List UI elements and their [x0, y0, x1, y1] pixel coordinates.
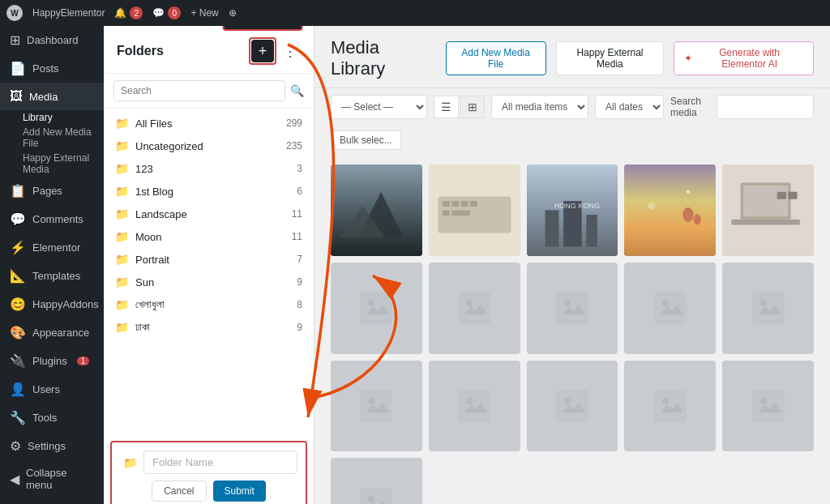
folder-name: খেলাধুলা [135, 298, 290, 311]
posts-icon: 📄 [10, 61, 26, 76]
sidebar-item-posts[interactable]: 📄 Posts [0, 54, 104, 83]
comment-icon: 💬 [152, 7, 165, 19]
sidebar-item-happyaddons[interactable]: 😊 HappyAddons [0, 290, 104, 318]
media-grid-inner: HONG KONG [331, 164, 814, 504]
users-icon: 👤 [10, 382, 26, 397]
svg-rect-45 [752, 390, 785, 422]
folder-item-landscape[interactable]: 📁 Landscape 11 [104, 203, 314, 225]
add-new-media-button[interactable]: Add New Media File [446, 41, 546, 75]
comments-item[interactable]: 💬 0 [152, 6, 181, 19]
sidebar-item-dashboard[interactable]: ⊞ Dashboard [0, 26, 104, 54]
sidebar-item-media[interactable]: 🖼 Media [0, 83, 104, 110]
svg-point-44 [662, 398, 669, 404]
wp-logo-item[interactable]: W [6, 5, 23, 21]
svg-rect-23 [743, 186, 788, 216]
folder-count: 3 [297, 163, 302, 174]
user-item[interactable]: ⊕ [229, 7, 237, 19]
sidebar-sub-library[interactable]: Library [0, 110, 104, 125]
media-thumb-placeholder[interactable] [527, 263, 618, 354]
folder-item-uncategorized[interactable]: 📁 Uncategorized 235 [104, 135, 314, 157]
grid-view-button[interactable]: ⊞ [460, 96, 485, 118]
cancel-button[interactable]: Cancel [152, 481, 206, 502]
folder-more-button[interactable]: ⋮ [280, 41, 301, 62]
folder-item-1st-blog[interactable]: 📁 1st Blog 6 [104, 180, 314, 203]
folders-actions: Add New Folder + ⋮ [249, 37, 301, 65]
svg-rect-6 [451, 201, 459, 207]
media-type-filter[interactable]: All media items Images Audio Video [491, 95, 588, 119]
svg-rect-7 [460, 201, 468, 207]
media-thumb-placeholder[interactable] [624, 263, 716, 354]
add-folder-button[interactable]: + [251, 40, 274, 62]
media-thumb-hongkong[interactable]: HONG KONG [527, 164, 618, 256]
folder-item-123[interactable]: 📁 123 3 [104, 157, 314, 180]
sidebar-sub-happy-external[interactable]: Happy External Media [0, 151, 104, 177]
media-thumb-keyboard[interactable] [429, 164, 520, 256]
folder-name-input[interactable] [143, 451, 297, 474]
elementor-icon: ⚡ [10, 240, 26, 255]
media-thumb-placeholder[interactable] [722, 361, 814, 452]
media-thumb-laptop[interactable] [722, 164, 814, 256]
search-media-label: Search media [670, 96, 710, 118]
sidebar-item-collapse[interactable]: ◀ Collapse menu [0, 460, 104, 498]
folder-item-sun[interactable]: 📁 Sun 9 [104, 271, 314, 293]
folder-item-moon[interactable]: 📁 Moon 11 [104, 225, 314, 248]
folder-item-all-files[interactable]: 📁 All Files 299 [104, 112, 314, 135]
sidebar-label-appearance: Appearance [32, 327, 89, 339]
media-thumb-placeholder[interactable] [722, 263, 814, 354]
date-filter[interactable]: All dates 2024 2023 [595, 95, 664, 119]
sidebar-label-settings: Settings [28, 440, 66, 452]
folder-count: 9 [297, 276, 302, 288]
sidebar-label-pages: Pages [32, 185, 62, 197]
svg-point-40 [466, 398, 473, 404]
comment-count: 0 [168, 6, 181, 19]
submit-button[interactable]: Submit [213, 481, 266, 502]
folder-count: 6 [297, 186, 302, 197]
sidebar-label-plugins: Plugins [32, 355, 67, 367]
sidebar-item-plugins[interactable]: 🔌 Plugins 1 [0, 347, 104, 375]
folder-count: 299 [286, 117, 302, 129]
generate-ai-button[interactable]: ✦ Generate with Elementor AI [674, 41, 814, 75]
bulk-select-button[interactable]: Bulk selec... [331, 130, 401, 150]
sidebar-item-users[interactable]: 👤 Users [0, 375, 104, 404]
folder-search-input[interactable] [113, 80, 285, 101]
svg-rect-27 [360, 292, 392, 324]
folder-item-dhaka[interactable]: 📁 ঢাকা 9 [104, 316, 314, 339]
media-toolbar: — Select — ☰ ⊞ All media items Images Au… [314, 88, 830, 126]
media-thumb-desert[interactable] [624, 164, 716, 256]
sidebar-label-comments: Comments [32, 213, 83, 225]
media-dropdown[interactable]: — Select — [331, 95, 427, 119]
new-item[interactable]: + New [190, 7, 218, 19]
folder-search-button[interactable]: 🔍 [290, 84, 304, 97]
media-thumb-placeholder[interactable] [527, 361, 618, 452]
sidebar-item-tools[interactable]: 🔧 Tools [0, 404, 104, 432]
sidebar-item-elementor[interactable]: ⚡ Elementor [0, 233, 104, 262]
collapse-icon: ◀ [10, 472, 19, 487]
notifications-item[interactable]: 🔔 2 [114, 6, 143, 19]
admin-bar: W HappyElementor 🔔 2 💬 0 + New ⊕ [0, 0, 830, 26]
sidebar-item-pages[interactable]: 📋 Pages [0, 177, 104, 205]
happy-external-button[interactable]: Happy External Media [556, 41, 665, 75]
bulk-select-bar: Bulk selec... [314, 126, 830, 155]
sidebar-sub-add-new[interactable]: Add New Media File [0, 125, 104, 151]
svg-point-42 [564, 398, 571, 404]
search-media-input[interactable] [717, 95, 814, 119]
list-view-button[interactable]: ☰ [434, 96, 459, 118]
media-thumb-placeholder[interactable] [429, 263, 520, 354]
site-name-item[interactable]: HappyElementor [32, 7, 105, 19]
sidebar-item-appearance[interactable]: 🎨 Appearance [0, 318, 104, 347]
sidebar-item-comments[interactable]: 💬 Comments [0, 205, 104, 233]
folder-count: 9 [297, 322, 302, 333]
media-thumb-placeholder[interactable] [331, 263, 422, 354]
media-thumb-placeholder[interactable] [624, 361, 716, 452]
sidebar-item-templates[interactable]: 📐 Templates [0, 262, 104, 290]
media-panel: Media Library Add New Media File Happy E… [314, 26, 830, 504]
folder-item-portrait[interactable]: 📁 Portrait 7 [104, 248, 314, 271]
media-thumb-placeholder[interactable] [429, 361, 520, 452]
media-thumb-mountain[interactable] [331, 164, 422, 256]
media-thumb-placeholder[interactable] [331, 361, 422, 452]
sidebar-item-settings[interactable]: ⚙ Settings [0, 432, 104, 460]
svg-rect-47 [360, 488, 392, 504]
folder-item-kheladhula[interactable]: 📁 খেলাধুলা 8 [104, 293, 314, 316]
folder-count: 7 [297, 254, 302, 265]
media-thumb-placeholder[interactable] [331, 458, 422, 504]
